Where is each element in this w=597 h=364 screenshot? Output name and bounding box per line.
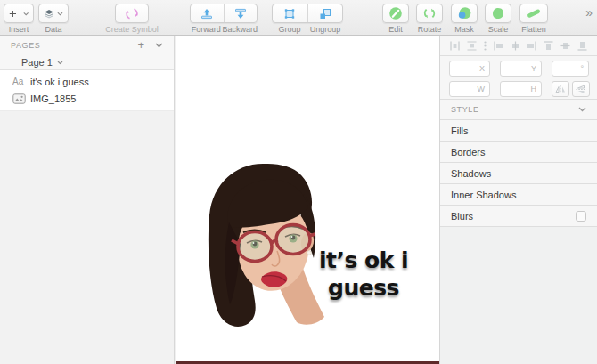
align-top-icon[interactable] [543, 40, 554, 52]
more-options-dots-icon[interactable] [483, 40, 487, 52]
grouping-group: Group Ungroup [272, 0, 343, 36]
backward-button[interactable] [224, 4, 258, 22]
align-middle-vertical-icon[interactable] [560, 40, 571, 52]
sticker-text-line1: it’s ok i [309, 247, 418, 274]
ungroup-label: Ungroup [307, 25, 343, 34]
flatten-button[interactable] [519, 4, 548, 23]
forward-backward-segment [190, 4, 258, 23]
move-forward-icon [200, 8, 214, 20]
rotate-group: Rotate [413, 0, 446, 36]
blurs-checkbox[interactable] [576, 211, 586, 222]
scale-icon [491, 6, 505, 20]
sticker-text-line2: guess [309, 274, 418, 302]
align-center-horizontal-icon[interactable] [510, 40, 521, 52]
data-button[interactable] [38, 4, 69, 23]
x-field[interactable]: X [449, 61, 490, 77]
align-bottom-icon[interactable] [577, 40, 588, 52]
flip-vertical-button[interactable] [572, 81, 590, 97]
flatten-icon [527, 6, 541, 20]
flatten-label: Flatten [516, 25, 552, 34]
height-suffix-label: H [531, 85, 542, 93]
style-row-fills[interactable]: Fills [440, 120, 597, 142]
add-page-button[interactable]: + [137, 41, 144, 50]
canvas[interactable]: it’s ok i guess [176, 36, 439, 364]
x-suffix-label: X [479, 64, 489, 73]
distribute-horizontally-icon[interactable] [449, 40, 461, 52]
style-section-header[interactable]: STYLE [440, 100, 597, 120]
layer-name: it's ok i guess [30, 77, 89, 87]
rotate-button[interactable] [416, 4, 443, 23]
layer-row-image[interactable]: IMG_1855 [0, 90, 174, 107]
move-backward-icon [233, 8, 248, 20]
rotation-input[interactable] [552, 61, 580, 76]
group-button[interactable] [273, 4, 307, 22]
ungroup-button[interactable] [307, 4, 343, 22]
distribute-vertically-icon[interactable] [466, 40, 478, 52]
flip-horizontal-button[interactable] [552, 81, 569, 97]
blurs-label: Blurs [451, 211, 576, 222]
rotation-suffix-label: ° [580, 64, 588, 73]
mask-group: Mask [448, 0, 480, 36]
y-suffix-label: Y [531, 64, 541, 73]
x-input[interactable] [450, 61, 479, 76]
button-divider [20, 7, 20, 20]
width-suffix-label: W [478, 85, 490, 93]
edit-button[interactable] [382, 4, 409, 23]
page-name: Page 1 [21, 57, 53, 68]
toolbar: Insert Data Create Symbol [0, 0, 597, 36]
pages-collapse-chevron-icon[interactable] [155, 43, 163, 48]
forward-label: Forward [190, 25, 222, 34]
chevron-down-icon [23, 12, 29, 16]
y-input[interactable] [501, 61, 531, 76]
height-input[interactable] [501, 82, 531, 96]
mask-button[interactable] [451, 4, 478, 23]
edit-label: Edit [381, 25, 410, 34]
rotate-arrows-icon [422, 6, 437, 20]
data-group: Data [37, 0, 70, 36]
pages-header: PAGES + [0, 36, 174, 55]
create-symbol-label: Create Symbol [103, 25, 160, 34]
style-row-inner-shadows[interactable]: Inner Shadows [440, 184, 597, 206]
width-field[interactable]: W [449, 81, 490, 97]
insert-group: Insert [3, 0, 35, 36]
ungroup-icon [319, 8, 331, 20]
sticker-text[interactable]: it’s ok i guess [309, 247, 418, 302]
backward-label: Backward [222, 25, 258, 34]
scale-label: Scale [482, 25, 514, 34]
image-layer-icon [12, 93, 30, 104]
edit-pencil-icon [388, 6, 403, 20]
style-row-borders[interactable]: Borders [440, 142, 597, 163]
layer-name: IMG_1855 [30, 93, 76, 104]
create-symbol-button[interactable] [115, 4, 149, 23]
data-label: Data [37, 25, 70, 34]
style-row-shadows[interactable]: Shadows [440, 163, 597, 184]
insert-label: Insert [3, 25, 35, 34]
align-right-icon[interactable] [526, 40, 537, 52]
plus-icon [9, 9, 17, 19]
style-title: STYLE [451, 105, 578, 114]
sticker-image-woman-cutout[interactable] [199, 160, 329, 328]
width-input[interactable] [450, 82, 478, 96]
inner-shadows-label: Inner Shadows [451, 190, 586, 200]
forward-button[interactable] [191, 4, 224, 22]
mask-icon [457, 6, 471, 20]
page-row[interactable]: Page 1 [0, 55, 174, 70]
page-chevron-icon [57, 61, 63, 65]
create-symbol-group: Create Symbol [103, 0, 160, 36]
scale-button[interactable] [485, 4, 511, 23]
position-size-section: X Y ° W H [440, 56, 597, 100]
flip-horizontal-icon [554, 85, 567, 94]
insert-button[interactable] [4, 4, 34, 23]
rotation-field[interactable]: ° [552, 61, 589, 77]
rotate-label: Rotate [413, 25, 446, 34]
height-field[interactable]: H [500, 81, 542, 97]
mask-label: Mask [448, 25, 480, 34]
layer-row-text[interactable]: Aa it's ok i guess [0, 73, 174, 90]
group-ungroup-segment [272, 4, 343, 23]
shadows-label: Shadows [451, 168, 586, 179]
align-left-icon[interactable] [493, 40, 504, 52]
style-row-blurs[interactable]: Blurs [440, 206, 597, 227]
y-field[interactable]: Y [500, 61, 542, 77]
scale-group: Scale [482, 0, 514, 36]
toolbar-overflow-chevron[interactable]: » [585, 5, 593, 20]
